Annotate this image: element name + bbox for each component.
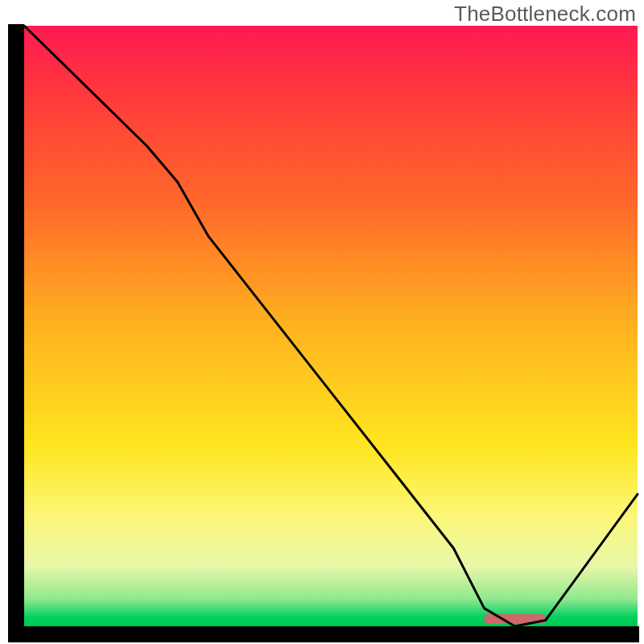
y-axis bbox=[8, 24, 24, 642]
chart-frame: TheBottleneck.com bbox=[0, 0, 644, 644]
bottleneck-chart bbox=[0, 0, 644, 644]
x-axis bbox=[8, 626, 639, 642]
attribution-text: TheBottleneck.com bbox=[454, 2, 636, 27]
